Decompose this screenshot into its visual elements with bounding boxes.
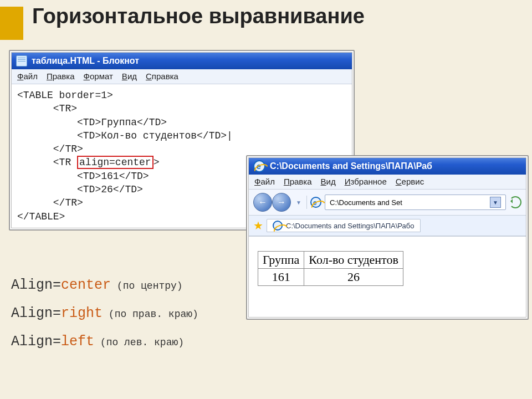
legend-text: Align= bbox=[11, 277, 61, 293]
reload-icon[interactable] bbox=[509, 196, 521, 208]
legend-text: Align= bbox=[11, 305, 61, 321]
address-bar[interactable]: C:\Documents and Set ▼ bbox=[325, 195, 506, 210]
tab-label: C:\Documents and Settings\ПАПА\Рабо bbox=[286, 222, 415, 230]
code-line: </TR> bbox=[17, 144, 83, 155]
code-line: <TR> bbox=[17, 103, 77, 114]
address-text: C:\Documents and Set bbox=[330, 198, 402, 207]
code-line: <TD>26</TD> bbox=[17, 184, 143, 195]
legend-keyword: left bbox=[61, 334, 94, 350]
code-line: </TABLE> bbox=[17, 211, 65, 222]
accent-bar bbox=[0, 7, 23, 40]
ie-menu-file[interactable]: Файл bbox=[254, 177, 275, 186]
code-line: <TR bbox=[17, 157, 77, 168]
table-row: Группа Кол-во студентов bbox=[258, 252, 403, 269]
address-dropdown-icon[interactable]: ▼ bbox=[490, 197, 501, 208]
ie-page-icon: e bbox=[310, 197, 321, 208]
legend-note: (по центру) bbox=[111, 280, 183, 291]
menu-file[interactable]: Файл bbox=[17, 71, 38, 81]
code-line: <TD>Кол-во студентов</TD>| bbox=[17, 130, 233, 141]
notepad-menubar: Файл Правка Формат Вид Справка bbox=[12, 69, 352, 84]
menu-format[interactable]: Формат bbox=[84, 71, 113, 81]
legend-keyword: center bbox=[61, 277, 111, 293]
code-line: > bbox=[154, 157, 160, 168]
ie-menu-view[interactable]: Вид bbox=[321, 177, 336, 186]
chevron-down-icon[interactable]: ▼ bbox=[294, 193, 303, 211]
legend-text: Align= bbox=[11, 334, 61, 350]
notepad-titlebar[interactable]: таблица.HTML - Блокнот bbox=[12, 53, 352, 69]
table-row: 161 26 bbox=[258, 269, 403, 286]
tab-ie-icon bbox=[273, 221, 283, 231]
table-header-count: Кол-во студентов bbox=[304, 252, 403, 269]
code-line: <TABLE border=1> bbox=[17, 90, 113, 101]
align-legend: Align=center (по центру) Align=right (по… bbox=[11, 277, 198, 362]
menu-edit[interactable]: Правка bbox=[47, 71, 75, 81]
browser-tab[interactable]: C:\Documents and Settings\ПАПА\Рабо bbox=[267, 219, 421, 232]
code-line: <TD>Группа</TD> bbox=[17, 117, 167, 128]
legend-row-left: Align=left (по лев. краю) bbox=[11, 334, 198, 350]
code-line: <TD>161</TD> bbox=[17, 171, 149, 182]
ie-menu-favorites[interactable]: Избранное bbox=[345, 177, 387, 186]
ie-window: e C:\Documents and Settings\ПАПА\Раб Фай… bbox=[246, 155, 529, 320]
ie-toolbar: ← → ▼ e C:\Documents and Set ▼ bbox=[249, 190, 526, 216]
rendered-table: Группа Кол-во студентов 161 26 bbox=[258, 251, 403, 286]
slide-title: Горизонтальное выравнивание bbox=[32, 4, 365, 28]
legend-note: (по лев. краю) bbox=[94, 337, 184, 348]
toolbar-divider bbox=[306, 196, 307, 209]
table-header-group: Группа bbox=[258, 252, 304, 269]
ie-menubar: Файл Правка Вид Избранное Сервис bbox=[249, 175, 526, 190]
forward-button[interactable]: → bbox=[272, 193, 291, 212]
notepad-icon bbox=[16, 55, 27, 66]
notepad-title-text: таблица.HTML - Блокнот bbox=[32, 56, 139, 66]
legend-keyword: right bbox=[61, 305, 103, 321]
favorites-star-icon[interactable]: ★ bbox=[253, 220, 263, 231]
menu-view[interactable]: Вид bbox=[122, 71, 137, 81]
legend-note: (по прав. краю) bbox=[103, 309, 198, 320]
highlight-align-center: align=center bbox=[77, 156, 154, 169]
table-cell-group: 161 bbox=[258, 269, 304, 286]
table-cell-count: 26 bbox=[304, 269, 403, 286]
back-button[interactable]: ← bbox=[253, 193, 272, 212]
legend-row-right: Align=right (по прав. краю) bbox=[11, 305, 198, 321]
ie-title-text: C:\Documents and Settings\ПАПА\Раб bbox=[270, 161, 432, 171]
legend-row-center: Align=center (по центру) bbox=[11, 277, 198, 293]
ie-tabbar: ★ C:\Documents and Settings\ПАПА\Рабо bbox=[249, 216, 526, 236]
ie-icon: e bbox=[253, 160, 265, 172]
ie-menu-service[interactable]: Сервис bbox=[396, 177, 424, 186]
ie-menu-edit[interactable]: Правка bbox=[284, 177, 312, 186]
menu-help[interactable]: Справка bbox=[146, 71, 178, 81]
ie-titlebar[interactable]: e C:\Documents and Settings\ПАПА\Раб bbox=[249, 158, 526, 175]
ie-viewport: Группа Кол-во студентов 161 26 bbox=[249, 236, 526, 317]
code-line: </TR> bbox=[17, 197, 83, 208]
